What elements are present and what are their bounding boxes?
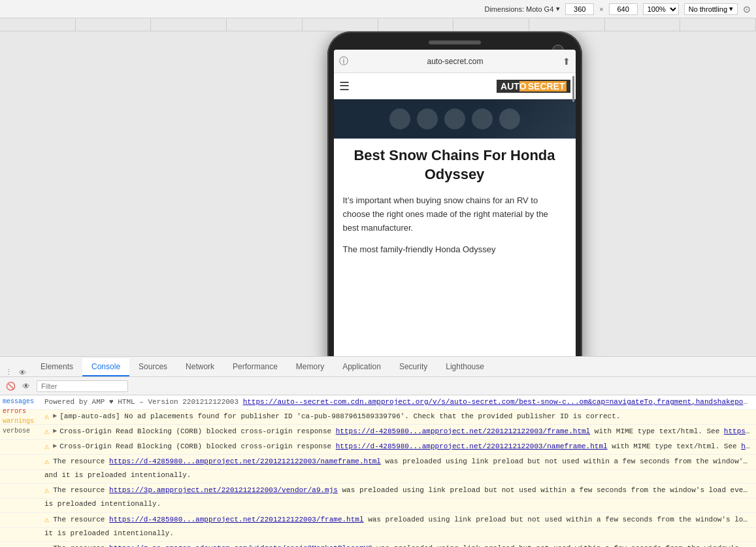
devtools-toolbar: Dimensions: Moto G4 ▾ × 100% 75% 50% No … [0,0,756,18]
social-icon-5 [499,108,520,129]
phone-screen: ⓘ auto-secret.com ⬆ ☰ AUT O SECRET [334,50,576,356]
throttle-chevron: ▾ [729,5,733,13]
console-labels-column: messages errors warnings verbose [0,395,39,547]
social-icon-4 [472,108,493,129]
phone-speaker [429,41,481,44]
browser-url: auto-secret.com [353,57,557,66]
console-line-amp-ads: ⚠ ▶ [amp-auto-ads] No ad placements foun… [0,410,756,425]
expand-arrow-1[interactable]: ▶ [53,411,57,421]
devtools-tab-bar: ⋮ 👁 Elements Console Sources Network Per… [0,356,756,377]
ruler-cell [605,18,681,31]
tab-elements-label: Elements [41,362,73,371]
tab-performance-label: Performance [233,362,278,371]
preload-link-2[interactable]: https://3p.ampproject.net/2201212122003/… [109,486,338,494]
tab-memory[interactable]: Memory [287,358,333,376]
tab-security-label: Security [399,362,427,371]
expand-arrow-3[interactable]: ▶ [53,441,57,451]
eye-button[interactable]: 👁 [21,381,31,391]
console-preload-1b-text: and it is preloaded intentionally. [44,470,751,481]
filter-input[interactable] [37,380,128,392]
warning-icon-1: ⚠ [44,411,49,423]
height-input[interactable] [609,3,638,15]
phone-scrollbar[interactable] [572,76,574,102]
tab-console[interactable]: Console [82,358,129,376]
browser-address-bar: ⓘ auto-secret.com ⬆ [334,50,576,73]
corb-link-2[interactable]: https://d-4285980...ampproject.net/22012… [336,442,608,450]
label-verbose[interactable]: verbose [0,426,39,436]
page-title: Best Snow Chains For Honda Odyssey [343,146,567,184]
ruler [0,18,756,31]
tab-left-controls: ⋮ 👁 [0,368,31,376]
device-label-text: Dimensions: Moto G4 [484,5,553,13]
console-corb-2-text: Cross-Origin Read Blocking (CORB) blocke… [59,441,751,452]
console-content: messages errors warnings verbose Powered… [0,395,756,547]
share-icon[interactable]: ⬆ [563,56,570,67]
social-icon-1 [389,108,410,129]
tab-performance[interactable]: Performance [223,358,287,376]
info-icon: ⓘ [339,56,348,67]
warning-icon-5: ⚠ [44,485,49,497]
corb-see-link-2[interactable]: https... [741,442,751,450]
phone-device: ⓘ auto-secret.com ⬆ ☰ AUT O SECRET [327,31,582,356]
tab-network[interactable]: Network [176,358,223,376]
page-nav: ☰ AUT O SECRET [334,73,576,99]
console-toolbar: 🚫 👁 [0,377,756,395]
warning-icon-7: ⚠ [44,543,49,547]
corb-link-1[interactable]: https://d-4285980...ampproject.net/22012… [336,427,590,435]
tab-elements[interactable]: Elements [31,358,82,376]
warning-icon-6: ⚠ [44,514,49,526]
width-input[interactable] [565,3,594,15]
ruler-cell [227,18,303,31]
brand-auto-text: AUT [501,81,519,91]
tab-eye-button[interactable]: 👁 [16,369,29,376]
throttle-button[interactable]: No throttling ▾ [684,3,738,15]
console-preload-3b-text: it is preloaded intentionally. [44,528,751,539]
console-panel: 🚫 👁 messages errors warnings verbose Pow… [0,377,756,547]
ruler-cell [76,18,152,31]
brand-secret-text: SECRET [527,81,567,91]
console-preload-2b-text: is preloaded intentionally. [44,499,751,510]
ruler-cell [378,18,454,31]
console-amp-text: Powered by AMP ♥ HTML – Version 22012121… [44,397,751,408]
preload-link-1[interactable]: https://d-4285980...ampproject.net/22012… [109,457,381,465]
expand-arrow-2[interactable]: ▶ [53,426,57,436]
device-selector[interactable]: Dimensions: Moto G4 ▾ [484,5,560,13]
label-warnings[interactable]: warnings [0,416,39,426]
tab-sources-label: Sources [139,362,167,371]
ruler-cell [453,18,529,31]
phone-notch [334,41,576,44]
ruler-cell [0,18,76,31]
amp-link[interactable]: https://auto--secret-com.cdn.ampproject.… [243,398,751,406]
social-icon-3 [444,108,465,129]
console-preload-2-text: The resource https://3p.ampproject.net/2… [53,485,751,496]
tab-application[interactable]: Application [333,358,390,376]
phone-body: ⓘ auto-secret.com ⬆ ☰ AUT O SECRET [327,31,582,356]
tab-lighthouse[interactable]: Lighthouse [436,358,493,376]
hamburger-icon[interactable]: ☰ [339,79,350,93]
social-icon-2 [417,108,438,129]
console-line-preload-1: ⚠ The resource https://d-4285980...amppr… [0,455,756,470]
label-messages[interactable]: messages [0,397,39,406]
console-line-preload-2b: is preloaded intentionally. [0,499,756,513]
rotate-button[interactable]: ⊙ [743,4,751,14]
tab-security[interactable]: Security [390,358,436,376]
ruler-cell [151,18,227,31]
tab-sources[interactable]: Sources [129,358,176,376]
console-line-preload-1b: and it is preloaded intentionally. [0,470,756,484]
tab-network-label: Network [186,362,214,371]
zoom-select[interactable]: 100% 75% 50% [643,3,679,15]
console-line-preload-4: ⚠ The resource https://z-na.amazon-adsys… [0,542,756,547]
clear-console-button[interactable]: 🚫 [5,381,16,391]
preload-link-4[interactable]: https://z-na.amazon-adsystem.com/widgets… [109,544,372,547]
tab-console-label: Console [91,362,120,371]
label-errors[interactable]: errors [0,406,39,416]
tab-lighthouse-label: Lighthouse [446,362,484,371]
warning-icon-2: ⚠ [44,426,49,438]
tab-overflow-button[interactable]: ⋮ [3,368,15,376]
preload-link-3[interactable]: https://d-4285980...ampproject.net/22012… [109,516,363,523]
console-preload-4-text: The resource https://z-na.amazon-adsyste… [53,543,751,547]
brand-o-text: O [519,81,527,91]
dimension-separator: × [599,5,603,13]
corb-see-link-1[interactable]: https://ww [724,427,751,435]
page-content: Best Snow Chains For Honda Odyssey It’s … [334,139,576,264]
